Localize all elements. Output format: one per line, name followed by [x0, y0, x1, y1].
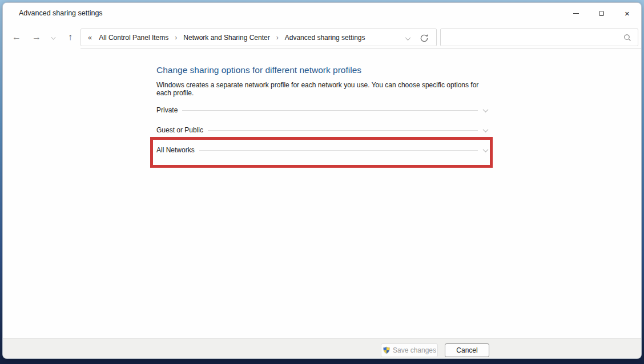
- forward-arrow-icon: →: [32, 32, 41, 42]
- main-content: Change sharing options for different net…: [3, 48, 641, 338]
- minimize-button[interactable]: [563, 3, 589, 23]
- expand-chevron-icon[interactable]: [483, 107, 489, 112]
- breadcrumb-overflow-icon[interactable]: «: [88, 33, 92, 42]
- cancel-label: Cancel: [456, 346, 477, 354]
- profile-section-all-networks[interactable]: All Networks: [156, 145, 488, 155]
- search-input[interactable]: [445, 30, 617, 45]
- navigation-bar: ← → ↑ « All Control Panel Items › Networ…: [3, 26, 641, 48]
- profile-label: Private: [156, 106, 178, 114]
- breadcrumb-item-control-panel[interactable]: All Control Panel Items: [98, 34, 170, 42]
- refresh-icon: [419, 33, 429, 43]
- address-bar[interactable]: « All Control Panel Items › Network and …: [80, 29, 437, 46]
- divider: [208, 130, 478, 131]
- profile-label: Guest or Public: [156, 126, 203, 134]
- minimize-icon: [573, 13, 579, 14]
- refresh-button[interactable]: [419, 33, 429, 43]
- chevron-down-icon: [51, 35, 55, 39]
- close-button[interactable]: ×: [614, 3, 640, 23]
- breadcrumb-separator-icon: ›: [276, 34, 279, 42]
- search-box: [440, 29, 638, 46]
- page-title: Change sharing options for different net…: [156, 65, 361, 75]
- close-icon: ×: [625, 9, 630, 18]
- expand-chevron-icon[interactable]: [483, 147, 489, 152]
- save-changes-label: Save changes: [393, 346, 436, 354]
- breadcrumb-item-advanced-sharing-settings[interactable]: Advanced sharing settings: [284, 34, 367, 42]
- footer-bar: Save changes Cancel: [3, 338, 641, 358]
- title-bar: Advanced sharing settings ×: [3, 3, 641, 26]
- profile-section-private[interactable]: Private: [156, 106, 488, 115]
- up-button[interactable]: ↑: [62, 26, 78, 48]
- forward-button[interactable]: →: [29, 26, 45, 48]
- recent-locations-button[interactable]: [47, 26, 59, 48]
- breadcrumb-item-network-sharing-center[interactable]: Network and Sharing Center: [182, 34, 271, 42]
- profile-label: All Networks: [156, 146, 195, 154]
- divider: [199, 150, 478, 151]
- advanced-sharing-settings-window: Advanced sharing settings × ← → ↑ « All …: [2, 2, 642, 359]
- page-description: Windows creates a separate network profi…: [156, 81, 480, 97]
- breadcrumb-separator-icon: ›: [175, 34, 177, 42]
- window-title: Advanced sharing settings: [19, 9, 103, 17]
- caption-buttons: ×: [563, 3, 640, 23]
- chevron-down-icon: [405, 35, 411, 41]
- profile-section-guest-or-public[interactable]: Guest or Public: [156, 126, 488, 135]
- expand-chevron-icon[interactable]: [483, 127, 489, 132]
- uac-shield-icon: [383, 346, 391, 354]
- maximize-icon: [599, 11, 604, 16]
- back-arrow-icon: ←: [12, 32, 21, 42]
- address-dropdown-button[interactable]: [406, 34, 410, 42]
- search-icon: [623, 33, 632, 42]
- cancel-button[interactable]: Cancel: [445, 343, 489, 357]
- up-arrow-icon: ↑: [68, 32, 73, 42]
- maximize-button[interactable]: [589, 3, 614, 23]
- divider: [182, 110, 478, 111]
- back-button[interactable]: ←: [9, 26, 25, 48]
- save-changes-button[interactable]: Save changes: [381, 343, 438, 357]
